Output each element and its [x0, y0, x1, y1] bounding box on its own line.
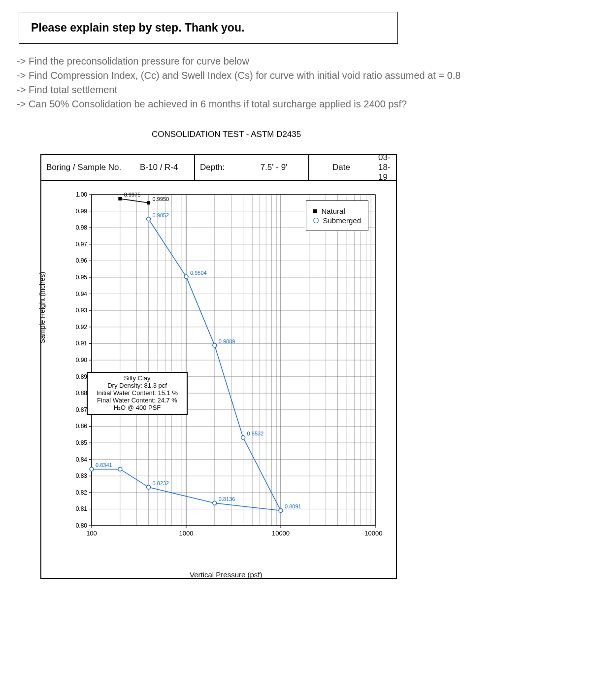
svg-text:0.96: 0.96	[76, 257, 88, 264]
svg-point-118	[118, 467, 122, 471]
task-item: -> Find total settlement	[17, 84, 577, 96]
svg-text:0.8532: 0.8532	[247, 431, 264, 436]
depth-label: Depth:	[194, 155, 239, 181]
task-item: -> Can 50% Consolidation be achieved in …	[17, 99, 577, 110]
svg-text:0.99: 0.99	[76, 208, 88, 215]
svg-text:100: 100	[86, 530, 97, 537]
svg-text:100000: 100000	[364, 530, 383, 537]
plot-area: Sample Height (inches) 1.000.990.980.970…	[41, 181, 396, 578]
svg-point-114	[213, 501, 217, 505]
svg-text:0.93: 0.93	[76, 307, 88, 314]
info-line: Dry Density: 81.3 pcf	[97, 382, 178, 390]
svg-text:0.89: 0.89	[76, 373, 88, 380]
svg-rect-102	[147, 201, 150, 204]
svg-point-106	[184, 275, 188, 279]
svg-point-119	[90, 467, 94, 471]
task-item: -> Find Compression Index, (Cc) and Swel…	[17, 70, 577, 81]
info-line: Initial Water Content: 15.1 %	[97, 390, 178, 397]
info-line: Final Water Content: 24.7 %	[97, 397, 178, 404]
svg-text:0.94: 0.94	[76, 291, 88, 298]
legend: Natural Submerged	[306, 200, 368, 231]
svg-text:0.8091: 0.8091	[285, 503, 301, 509]
svg-text:0.9950: 0.9950	[153, 196, 169, 202]
date-label: Date	[308, 155, 373, 181]
sample-label: Boring / Sample No.	[41, 155, 135, 181]
sample-info-box: Silty Clay Dry Density: 81.3 pcf Initial…	[87, 372, 188, 415]
svg-text:0.97: 0.97	[76, 241, 88, 248]
svg-text:1.00: 1.00	[76, 191, 88, 198]
chart-title: CONSOLIDATION TEST - ASTM D2435	[152, 130, 577, 139]
instruction-text: Please explain step by step. Thank you.	[31, 21, 244, 34]
y-axis-label: Sample Height (inches)	[38, 272, 46, 344]
svg-point-108	[213, 343, 217, 347]
svg-text:0.98: 0.98	[76, 224, 88, 231]
chart-svg: 1.000.990.980.970.960.950.940.930.920.91…	[68, 190, 383, 544]
chart-header-row: Boring / Sample No. B-10 / R-4 Depth: 7.…	[41, 155, 396, 181]
svg-text:0.9089: 0.9089	[219, 338, 235, 344]
info-line: H₂O @ 400 PSF	[97, 404, 178, 412]
chart-container: Boring / Sample No. B-10 / R-4 Depth: 7.…	[40, 154, 397, 579]
svg-text:10000: 10000	[272, 530, 290, 537]
svg-text:0.95: 0.95	[76, 274, 88, 281]
legend-marker-natural	[313, 209, 317, 213]
svg-text:0.8232: 0.8232	[153, 480, 169, 486]
svg-point-104	[147, 217, 151, 221]
date-value: 03-18-19	[373, 155, 396, 181]
svg-text:0.80: 0.80	[76, 522, 88, 529]
svg-point-112	[279, 508, 283, 512]
svg-text:0.88: 0.88	[76, 390, 88, 397]
svg-text:0.86: 0.86	[76, 423, 88, 430]
legend-marker-submerged	[313, 218, 319, 223]
svg-text:0.8341: 0.8341	[96, 462, 112, 468]
svg-text:0.9975: 0.9975	[124, 192, 141, 198]
svg-text:0.92: 0.92	[76, 324, 88, 331]
instruction-box: Please explain step by step. Thank you.	[19, 12, 398, 44]
svg-text:0.9852: 0.9852	[153, 212, 169, 218]
svg-text:0.91: 0.91	[76, 340, 88, 347]
svg-text:0.87: 0.87	[76, 406, 88, 413]
svg-text:0.90: 0.90	[76, 357, 88, 364]
task-list: -> Find the preconsolidation pressure fo…	[17, 56, 577, 110]
svg-text:1000: 1000	[179, 530, 194, 537]
info-line: Silty Clay	[97, 375, 178, 382]
svg-text:0.8136: 0.8136	[219, 496, 235, 502]
svg-point-110	[241, 435, 245, 439]
legend-label-submerged: Submerged	[323, 216, 361, 225]
svg-rect-100	[118, 197, 122, 200]
task-item: -> Find the preconsolidation pressure fo…	[17, 56, 577, 67]
svg-text:0.9504: 0.9504	[190, 270, 207, 276]
svg-text:0.84: 0.84	[76, 456, 88, 463]
svg-text:0.82: 0.82	[76, 489, 88, 496]
svg-text:0.83: 0.83	[76, 472, 88, 479]
svg-point-116	[147, 485, 151, 489]
depth-value: 7.5' - 9'	[239, 155, 308, 181]
svg-text:0.81: 0.81	[76, 505, 88, 512]
svg-text:0.85: 0.85	[76, 439, 88, 446]
legend-label-natural: Natural	[321, 207, 345, 215]
sample-value: B-10 / R-4	[135, 155, 194, 181]
x-axis-label: Vertical Pressure (psf)	[190, 570, 263, 579]
